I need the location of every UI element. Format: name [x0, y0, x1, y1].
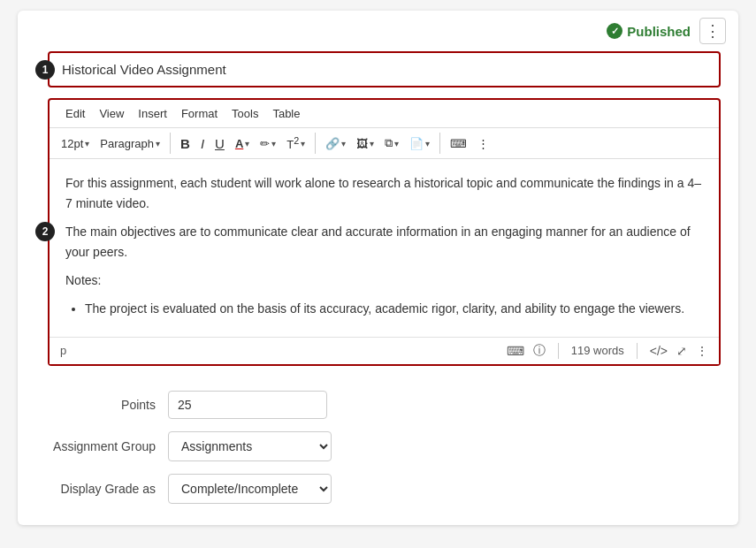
points-label: Points — [53, 398, 168, 412]
rich-text-editor: Edit View Insert Format Tools Table 12pt… — [48, 98, 721, 366]
italic-button[interactable]: I — [196, 133, 209, 154]
editor-content-area[interactable]: For this assignment, each student will w… — [50, 159, 719, 336]
assignment-group-label: Assignment Group — [53, 439, 168, 453]
paragraph-chevron-icon: ▾ — [156, 139, 160, 148]
current-tag-indicator: p — [60, 344, 66, 357]
assignment-group-row: Assignment Group Assignments Quizzes Exa… — [53, 431, 703, 461]
display-grade-row: Display Grade as Complete/Incomplete Poi… — [53, 474, 703, 504]
paragraph-label: Paragraph — [100, 137, 154, 150]
display-grade-select[interactable]: Complete/Incomplete Points Percentage Le… — [168, 474, 332, 504]
menu-table[interactable]: Table — [265, 105, 307, 122]
published-checkmark-icon: ✓ — [607, 23, 622, 39]
superscript-label: T2 — [286, 135, 299, 151]
font-size-dropdown[interactable]: 12pt ▾ — [57, 134, 94, 153]
editor-menu-bar: Edit View Insert Format Tools Table — [50, 100, 719, 128]
statusbar-right-controls: ⌨ ⓘ 119 words </> ⤢ ⋮ — [507, 343, 708, 359]
text-color-chevron-icon: ▾ — [245, 139, 249, 148]
display-grade-label: Display Grade as — [53, 482, 168, 496]
paragraph-style-dropdown[interactable]: Paragraph ▾ — [95, 134, 164, 153]
editor-status-bar: p ⌨ ⓘ 119 words </> ⤢ ⋮ — [50, 337, 719, 364]
content-paragraph-2: The main objectives are to communicate c… — [65, 222, 703, 262]
embed-chevron-icon: ▾ — [394, 139, 399, 148]
toolbar-divider-2 — [315, 133, 316, 154]
text-color-dropdown[interactable]: A ▾ — [231, 134, 254, 153]
doc-dropdown[interactable]: 📄 ▾ — [405, 134, 434, 153]
title-section: 1 — [48, 51, 721, 88]
link-chevron-icon: ▾ — [341, 139, 346, 148]
superscript-dropdown[interactable]: T2 ▾ — [282, 133, 309, 154]
menu-tools[interactable]: Tools — [225, 105, 265, 122]
menu-format[interactable]: Format — [174, 105, 225, 122]
image-chevron-icon: ▾ — [370, 139, 374, 148]
image-icon: 🖼 — [356, 137, 368, 150]
embed-dropdown[interactable]: ⧉ ▾ — [380, 133, 403, 153]
bold-button[interactable]: B — [176, 133, 195, 154]
font-size-chevron-icon: ▾ — [85, 139, 89, 148]
notes-heading: Notes: — [65, 270, 703, 290]
link-icon: 🔗 — [325, 137, 340, 150]
text-color-label: A — [235, 137, 243, 150]
expand-editor-icon[interactable]: ⤢ — [676, 344, 687, 358]
source-code-icon[interactable]: </> — [650, 344, 668, 358]
toolbar-divider-1 — [170, 133, 171, 154]
word-count-display: 119 words — [571, 344, 624, 357]
assignment-title-input[interactable] — [48, 51, 721, 88]
highlight-dropdown[interactable]: ✏ ▾ — [256, 134, 280, 153]
assignment-group-select[interactable]: Assignments Quizzes Exams Projects — [168, 431, 332, 461]
points-input[interactable] — [168, 391, 327, 419]
doc-chevron-icon: ▾ — [425, 139, 430, 148]
highlight-icon: ✏ — [260, 137, 270, 150]
more-options-button[interactable]: ⋮ — [473, 134, 493, 153]
section-2-badge: 2 — [35, 222, 55, 241]
statusbar-divider-2 — [637, 343, 638, 359]
special-chars-button[interactable]: ⌨ — [446, 134, 471, 153]
underline-button[interactable]: U — [210, 133, 229, 154]
bullet-item-1: The project is evaluated on the basis of… — [85, 299, 703, 318]
points-row: Points — [53, 391, 703, 419]
accessibility-icon[interactable]: ⓘ — [533, 343, 546, 359]
image-dropdown[interactable]: 🖼 ▾ — [352, 134, 378, 153]
doc-icon: 📄 — [409, 137, 424, 150]
form-section: Points Assignment Group Assignments Quiz… — [35, 378, 721, 525]
keyboard-shortcut-icon[interactable]: ⌨ — [507, 344, 524, 358]
superscript-chevron-icon: ▾ — [301, 139, 305, 148]
font-size-label: 12pt — [61, 137, 83, 150]
menu-edit[interactable]: Edit — [58, 105, 92, 122]
menu-view[interactable]: View — [92, 105, 131, 122]
editor-toolbar: 12pt ▾ Paragraph ▾ B I U — [50, 128, 719, 159]
published-badge: ✓ Published — [607, 23, 691, 39]
section-1-badge: 1 — [35, 60, 55, 80]
statusbar-divider — [558, 343, 559, 359]
content-paragraph-1: For this assignment, each student will w… — [65, 173, 703, 213]
editor-section: 2 Edit View Insert Format Tools Table 12… — [48, 98, 721, 366]
highlight-chevron-icon: ▾ — [271, 139, 276, 148]
menu-insert[interactable]: Insert — [131, 105, 174, 122]
link-dropdown[interactable]: 🔗 ▾ — [321, 134, 350, 153]
toolbar-divider-3 — [439, 133, 440, 154]
top-bar: ✓ Published ⋮ — [18, 11, 738, 51]
embed-icon: ⧉ — [385, 136, 393, 150]
options-menu-button[interactable]: ⋮ — [699, 18, 726, 44]
published-label: Published — [627, 24, 691, 39]
statusbar-more-icon[interactable]: ⋮ — [696, 344, 708, 358]
